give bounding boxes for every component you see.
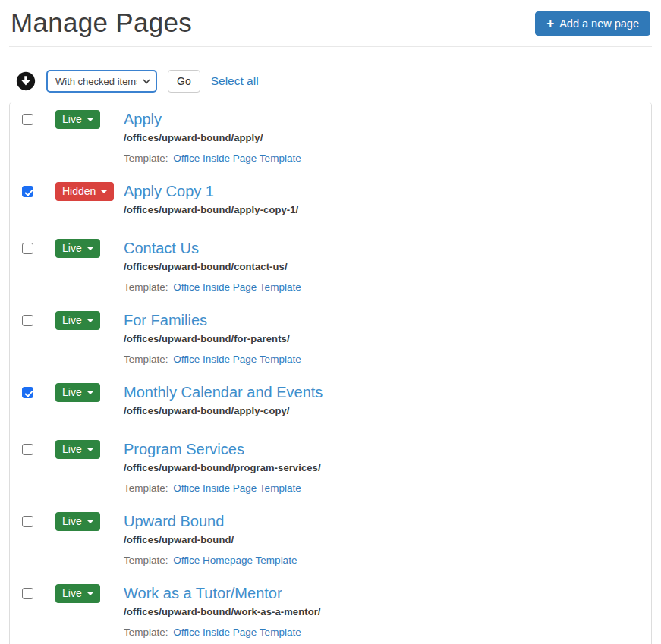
template-line: Template: Office Inside Page Template xyxy=(124,152,641,164)
row-checkbox-cell xyxy=(22,512,55,527)
row-checkbox[interactable] xyxy=(22,114,33,125)
status-badge-button[interactable]: Live xyxy=(55,239,100,258)
row-checkbox-cell xyxy=(22,239,55,254)
manage-pages-screen: Manage Pages + Add a new page With check… xyxy=(0,0,661,644)
page-row: Live Program Services /offices/upward-bo… xyxy=(10,432,651,504)
template-link[interactable]: Office Homepage Template xyxy=(173,554,297,566)
page-title-link[interactable]: Program Services xyxy=(124,440,244,458)
status-label: Live xyxy=(62,515,82,527)
template-label: Template: xyxy=(124,627,168,638)
status-badge-button[interactable]: Live xyxy=(55,311,100,330)
page-path: /offices/upward-bound/program-services/ xyxy=(124,462,641,473)
add-new-page-button[interactable]: + Add a new page xyxy=(535,11,650,36)
page-title-link[interactable]: Work as a Tutor/Mentor xyxy=(124,584,282,602)
page-row: Live For Families /offices/upward-bound/… xyxy=(10,303,651,375)
row-checkbox-cell xyxy=(22,383,55,398)
row-main-cell: Upward Bound /offices/upward-bound/ Temp… xyxy=(124,512,641,566)
row-checkbox[interactable] xyxy=(22,444,33,455)
row-main-cell: Apply /offices/upward-bound/apply/ Templ… xyxy=(124,110,641,164)
row-checkbox-cell xyxy=(22,311,55,326)
row-status-cell: Live xyxy=(55,440,124,459)
template-label: Template: xyxy=(124,152,168,164)
row-checkbox[interactable] xyxy=(22,315,33,326)
row-status-cell: Live xyxy=(55,512,124,531)
row-status-cell: Live xyxy=(55,311,124,330)
caret-down-icon xyxy=(87,448,93,451)
row-main-cell: Contact Us /offices/upward-bound/contact… xyxy=(124,239,641,293)
template-link[interactable]: Office Inside Page Template xyxy=(173,281,301,293)
row-status-cell: Live xyxy=(55,584,124,603)
template-label: Template: xyxy=(124,554,168,566)
template-line: Template: Office Inside Page Template xyxy=(124,353,641,365)
bulk-action-select[interactable]: With checked items... xyxy=(46,70,157,93)
template-label: Template: xyxy=(124,353,168,365)
row-main-cell: Work as a Tutor/Mentor /offices/upward-b… xyxy=(124,584,641,638)
row-checkbox-cell xyxy=(22,110,55,125)
page-title-link[interactable]: Apply xyxy=(124,110,162,128)
page-title-link[interactable]: For Families xyxy=(124,311,207,329)
page-title: Manage Pages xyxy=(11,8,192,38)
status-label: Hidden xyxy=(62,185,96,197)
template-link[interactable]: Office Inside Page Template xyxy=(173,152,301,164)
caret-down-icon xyxy=(101,190,107,193)
template-line: Template: Office Inside Page Template xyxy=(124,482,641,494)
status-badge-button[interactable]: Live xyxy=(55,440,100,459)
row-status-cell: Live xyxy=(55,383,124,402)
page-row: Live Contact Us /offices/upward-bound/co… xyxy=(10,231,651,303)
page-row: Live Upward Bound /offices/upward-bound/… xyxy=(10,504,651,576)
template-label: Template: xyxy=(124,482,168,494)
template-label: Template: xyxy=(124,281,168,293)
row-checkbox-cell xyxy=(22,182,55,197)
page-title-link[interactable]: Contact Us xyxy=(124,239,199,257)
row-checkbox-cell xyxy=(22,440,55,455)
template-line: Template: Office Homepage Template xyxy=(124,554,641,566)
caret-down-icon xyxy=(87,118,93,121)
status-badge-button[interactable]: Hidden xyxy=(55,182,114,201)
add-new-page-label: Add a new page xyxy=(559,17,639,30)
row-status-cell: Live xyxy=(55,110,124,129)
template-link[interactable]: Office Inside Page Template xyxy=(173,353,301,365)
select-all-link[interactable]: Select all xyxy=(211,74,259,88)
row-main-cell: Apply Copy 1 /offices/upward-bound/apply… xyxy=(124,182,641,215)
page-row: Live Apply /offices/upward-bound/apply/ … xyxy=(10,102,651,174)
row-checkbox[interactable] xyxy=(22,516,33,527)
row-status-cell: Live xyxy=(55,239,124,258)
page-title-link[interactable]: Upward Bound xyxy=(124,512,224,530)
status-label: Live xyxy=(62,443,82,455)
page-path: /offices/upward-bound/apply/ xyxy=(124,132,641,143)
row-status-cell: Hidden xyxy=(55,182,124,201)
template-link[interactable]: Office Inside Page Template xyxy=(173,627,301,638)
row-checkbox-cell xyxy=(22,584,55,599)
row-main-cell: For Families /offices/upward-bound/for-p… xyxy=(124,311,641,365)
row-main-cell: Program Services /offices/upward-bound/p… xyxy=(124,440,641,494)
caret-down-icon xyxy=(87,592,93,595)
status-label: Live xyxy=(62,587,82,599)
circle-arrow-down-icon xyxy=(16,71,36,91)
template-link[interactable]: Office Inside Page Template xyxy=(173,482,301,494)
page-path: /offices/upward-bound/contact-us/ xyxy=(124,261,641,272)
status-badge-button[interactable]: Live xyxy=(55,584,100,603)
page-row: Live Monthly Calendar and Events /office… xyxy=(10,375,651,432)
caret-down-icon xyxy=(87,247,93,250)
row-checkbox[interactable] xyxy=(22,186,33,197)
page-row: Hidden Apply Copy 1 /offices/upward-boun… xyxy=(10,174,651,231)
row-main-cell: Monthly Calendar and Events /offices/upw… xyxy=(124,383,641,416)
row-checkbox[interactable] xyxy=(22,387,33,398)
header-divider xyxy=(9,46,652,47)
template-line: Template: Office Inside Page Template xyxy=(124,281,641,293)
page-title-link[interactable]: Apply Copy 1 xyxy=(124,182,214,200)
caret-down-icon xyxy=(87,520,93,523)
page-list: Live Apply /offices/upward-bound/apply/ … xyxy=(9,102,652,644)
page-header: Manage Pages + Add a new page xyxy=(9,0,652,38)
status-label: Live xyxy=(62,242,82,254)
status-badge-button[interactable]: Live xyxy=(55,383,100,402)
page-path: /offices/upward-bound/apply-copy/ xyxy=(124,405,641,416)
status-badge-button[interactable]: Live xyxy=(55,110,100,129)
page-title-link[interactable]: Monthly Calendar and Events xyxy=(124,383,323,401)
row-checkbox[interactable] xyxy=(22,243,33,254)
row-checkbox[interactable] xyxy=(22,588,33,599)
status-label: Live xyxy=(62,314,82,326)
go-button[interactable]: Go xyxy=(168,70,200,93)
status-badge-button[interactable]: Live xyxy=(55,512,100,531)
plus-icon: + xyxy=(546,18,554,29)
